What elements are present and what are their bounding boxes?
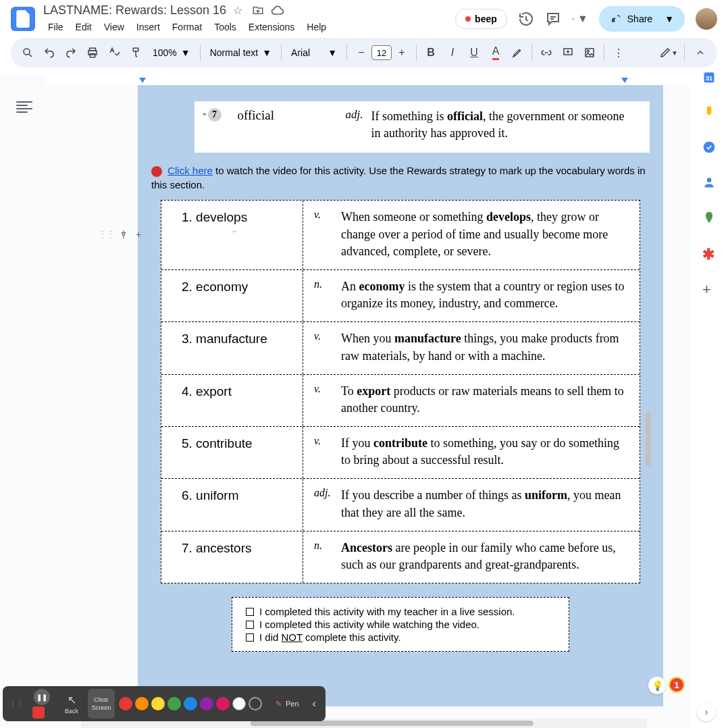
official-definition: If something is official, the government…	[371, 108, 636, 142]
back-button[interactable]: ↖ Back	[58, 689, 85, 719]
menu-view[interactable]: View	[99, 19, 129, 35]
checkbox-icon[interactable]	[246, 633, 254, 642]
vocab-word-cell: 4. export	[161, 375, 303, 426]
calendar-icon[interactable]: 31	[702, 70, 716, 84]
share-button[interactable]: Share ▼	[599, 6, 685, 32]
vocab-row: 6. uniformadj.If you describe a number o…	[161, 479, 640, 531]
record-icon[interactable]	[32, 706, 45, 719]
font-dropdown[interactable]: Arial▼	[286, 43, 342, 63]
spellcheck-icon[interactable]	[104, 43, 124, 63]
addon-icon[interactable]: ✱	[702, 246, 716, 259]
color-swatch[interactable]	[216, 697, 230, 710]
italic-icon[interactable]: I	[442, 43, 463, 63]
ruler-indent-right-icon[interactable]	[621, 78, 628, 83]
collapse-annotation-icon[interactable]: ‹	[307, 698, 321, 710]
underline-icon[interactable]: U	[464, 43, 484, 63]
vocab-pos: adj.	[314, 487, 341, 521]
maps-icon[interactable]	[702, 211, 716, 224]
checklist-item: I completed this activity with my teache…	[246, 606, 555, 617]
history-icon[interactable]	[518, 11, 534, 27]
color-swatch[interactable]	[232, 697, 246, 710]
paint-format-icon[interactable]	[126, 43, 146, 63]
menu-insert[interactable]: Insert	[132, 19, 165, 35]
vocab-def-cell: n.An economy is the system that a countr…	[303, 270, 640, 321]
undo-icon[interactable]	[39, 43, 59, 63]
text-color-icon[interactable]: A	[486, 43, 506, 63]
style-dropdown[interactable]: Normal text▼	[205, 43, 277, 63]
color-swatch[interactable]	[135, 697, 149, 710]
notification-badge[interactable]: 1	[669, 677, 685, 693]
account-avatar[interactable]	[696, 8, 717, 30]
explore-icon[interactable]: 💡	[648, 677, 666, 694]
color-swatch[interactable]	[184, 697, 197, 710]
color-swatch[interactable]	[249, 697, 262, 710]
vertical-scrollbar[interactable]	[646, 412, 651, 466]
vocab-row: 4. exportv.To export products or raw mat…	[161, 375, 640, 427]
drag-handle-icon[interactable]: ⋮⋮	[99, 230, 115, 239]
color-swatch[interactable]	[167, 697, 181, 710]
pin-icon[interactable]	[118, 228, 130, 240]
document-container: ⋮⋮ + * 7 official adj. If something is o…	[0, 74, 690, 728]
title-area: LASTNAME: Rewards: Lesson 16 ☆ File Edit…	[43, 3, 455, 35]
more-icon[interactable]: ⋮	[608, 43, 629, 63]
print-icon[interactable]	[82, 43, 103, 63]
recording-badge[interactable]: beep	[455, 9, 507, 29]
cloud-saved-icon[interactable]	[271, 4, 283, 16]
meet-button[interactable]: ▼	[572, 11, 588, 27]
link-icon[interactable]	[536, 43, 556, 63]
document-page[interactable]: ⋮⋮ + * 7 official adj. If something is o…	[138, 85, 663, 706]
add-comment-icon[interactable]	[558, 43, 578, 63]
instruction-text: Click here to watch the video for this a…	[151, 163, 650, 192]
contacts-icon[interactable]	[702, 176, 716, 189]
menu-extensions[interactable]: Extensions	[244, 19, 299, 35]
vocab-def-cell: n.Ancestors are people in our family who…	[303, 531, 640, 583]
ruler-indent-left-icon[interactable]	[139, 78, 146, 83]
redo-icon[interactable]	[61, 43, 81, 63]
font-size-input[interactable]	[371, 45, 392, 60]
menu-file[interactable]: File	[43, 19, 68, 35]
vocab-row: 1. develops⌐v.When someone or something …	[161, 201, 640, 270]
zoom-dropdown[interactable]: 100%▼	[147, 43, 196, 63]
color-swatch[interactable]	[200, 697, 213, 710]
insert-image-icon[interactable]	[579, 43, 600, 63]
docs-logo[interactable]	[11, 7, 35, 31]
highlight-icon[interactable]	[507, 43, 527, 63]
document-title[interactable]: LASTNAME: Rewards: Lesson 16	[43, 3, 226, 18]
svg-point-11	[707, 178, 712, 182]
checkbox-icon[interactable]	[246, 621, 254, 629]
caret-down-icon: ▼	[577, 13, 588, 25]
side-panel-collapse-icon[interactable]: ›	[697, 702, 716, 721]
menu-format[interactable]: Format	[167, 19, 207, 35]
svg-text:31: 31	[706, 75, 712, 82]
tasks-icon[interactable]	[702, 140, 716, 154]
move-icon[interactable]	[252, 4, 264, 16]
increase-font-icon[interactable]: +	[392, 43, 412, 63]
checkbox-icon[interactable]	[246, 608, 254, 616]
bold-icon[interactable]: B	[421, 43, 441, 63]
color-swatch[interactable]	[151, 697, 165, 710]
star-icon[interactable]: ☆	[233, 4, 245, 16]
comments-icon[interactable]	[545, 11, 561, 27]
vocab-def-cell: v.When you manufacture things, you make …	[303, 322, 640, 373]
click-here-link[interactable]: Click here	[167, 165, 213, 176]
editing-mode-icon[interactable]: ▼	[658, 43, 679, 63]
decrease-font-icon[interactable]: −	[351, 43, 371, 63]
search-icon[interactable]	[18, 43, 38, 63]
drag-handle-icon[interactable]: ⋮⋮⋮⋮	[7, 701, 26, 706]
outline-toggle-icon[interactable]	[16, 101, 32, 113]
add-icon[interactable]: +	[702, 281, 716, 294]
clear-screen-button[interactable]: Clear Screen	[88, 689, 115, 719]
pen-tool[interactable]: ✎ Pen	[270, 700, 305, 708]
ruler[interactable]	[46, 74, 690, 85]
pause-icon[interactable]: ❚❚	[34, 689, 50, 705]
vocab-row: 7. ancestorsn.Ancestors are people in ou…	[161, 531, 640, 583]
menu-help[interactable]: Help	[302, 19, 331, 35]
keep-icon[interactable]	[702, 105, 716, 119]
menu-edit[interactable]: Edit	[71, 19, 97, 35]
collapse-toolbar-icon[interactable]	[690, 43, 710, 63]
add-margin-icon[interactable]: +	[132, 228, 145, 240]
menu-tools[interactable]: Tools	[209, 19, 241, 35]
color-swatch[interactable]	[119, 697, 132, 710]
beep-label: beep	[475, 14, 497, 24]
vocab-def-cell: adj.If you describe a number of things a…	[303, 479, 640, 530]
